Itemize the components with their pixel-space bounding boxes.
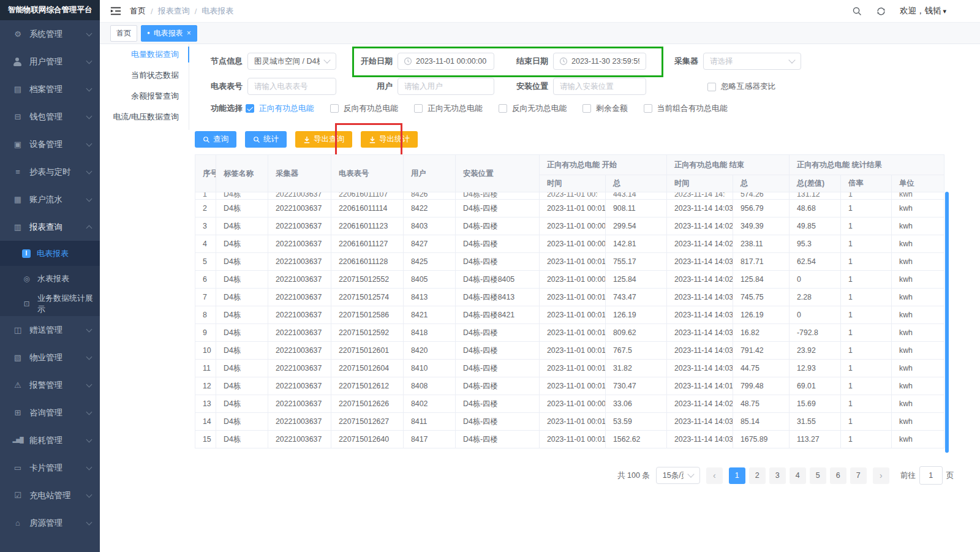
- goto-page-input[interactable]: [919, 466, 943, 485]
- page-button-2[interactable]: 2: [749, 467, 766, 484]
- app-title: 智能物联网综合管理平台: [0, 0, 100, 20]
- group-header-stats: 正向有功总电能 统计结果: [790, 155, 944, 175]
- consult-icon: ⊞: [12, 409, 23, 417]
- gift-icon: ◫: [12, 326, 23, 334]
- sidebar-item-alarm[interactable]: ⚠ 报警管理: [0, 371, 100, 399]
- chevron-down-icon: [86, 140, 92, 146]
- sidebar-subitem-water-report[interactable]: ◎ 水表报表: [0, 266, 100, 291]
- sidebar-subitem-biz-stats[interactable]: ⊡ 业务数据统计展示: [0, 291, 100, 316]
- biz-stats-icon: ⊡: [22, 299, 31, 308]
- table-row: 14D4栋202210036372207150126278411D4栋-四楼20…: [195, 413, 944, 431]
- user-menu[interactable]: 欢迎，钱韬 ▾: [900, 6, 946, 17]
- table-row: 13D4栋202210036372207150126268402D4栋-四楼20…: [195, 395, 944, 413]
- user-input[interactable]: [398, 78, 494, 94]
- meter-no-input[interactable]: [248, 78, 336, 94]
- sidebar-item-gift[interactable]: ◫ 赠送管理: [0, 316, 100, 344]
- table-row: 5D4栋202210036372206160111288425D4栋-四楼202…: [195, 253, 944, 271]
- end-date-input[interactable]: [568, 53, 646, 69]
- tab-meter-report[interactable]: ● 电表报表 ×: [141, 25, 197, 42]
- function-option-4[interactable]: 剩余金额: [582, 104, 627, 114]
- chevron-down-icon: [86, 464, 92, 470]
- sidebar-item-users[interactable]: 用户管理: [0, 48, 100, 75]
- table-row: 3D4栋202210036372206160111238403D4栋-四楼202…: [195, 217, 944, 235]
- alarm-icon: ⚠: [12, 381, 23, 389]
- chevron-down-icon: [788, 56, 795, 63]
- meter-timer-icon: ≡: [12, 168, 23, 176]
- meter-no-label: 电表表号: [207, 78, 243, 95]
- next-page-button[interactable]: ›: [873, 467, 889, 484]
- goto-page: 前往 页: [900, 466, 954, 485]
- location-input[interactable]: [554, 78, 646, 94]
- function-option-2[interactable]: 正向无功总电能: [414, 104, 483, 114]
- page-button-4[interactable]: 4: [790, 467, 806, 484]
- table-scrollbar-thumb[interactable]: [945, 192, 949, 453]
- energy-chart-icon: ▂▅█: [12, 437, 23, 443]
- meter-report-icon: I: [22, 249, 31, 258]
- sidebar-item-system[interactable]: ⚙ 系统管理: [0, 20, 100, 48]
- clock-icon: [554, 57, 568, 66]
- node-info-select[interactable]: 图灵城市空间 / D4栋: [247, 53, 336, 70]
- function-option-1[interactable]: 反向有功总电能: [330, 104, 399, 114]
- sidebar-item-report-query[interactable]: ▥ 报表查询: [0, 213, 100, 241]
- sidebar-item-charging[interactable]: ☑ 充电站管理: [0, 482, 100, 509]
- sidebar-item-account-flow[interactable]: ▦ 账户流水: [0, 186, 100, 213]
- sidebar-item-card[interactable]: ▭ 卡片管理: [0, 454, 100, 482]
- checkbox-icon: [414, 104, 423, 113]
- sidebar-item-housing[interactable]: ⌂ 房源管理: [0, 509, 100, 537]
- chevron-down-icon: [86, 58, 92, 64]
- page-button-3[interactable]: 3: [769, 467, 786, 484]
- function-option-0[interactable]: 正向有功总电能: [246, 104, 314, 114]
- search-icon[interactable]: [852, 6, 862, 17]
- export-query-button[interactable]: 导出查询: [295, 131, 352, 148]
- page-button-7[interactable]: 7: [850, 467, 867, 484]
- sidebar-item-consult[interactable]: ⊞ 咨询管理: [0, 399, 100, 426]
- sidebar-item-device[interactable]: ▣ 设备管理: [0, 130, 100, 158]
- page-button-1[interactable]: 1: [729, 467, 745, 484]
- user-label: 用户: [357, 78, 393, 95]
- collector-select[interactable]: 请选择: [703, 53, 801, 70]
- stats-button[interactable]: 统计: [245, 131, 287, 148]
- sidebar: 智能物联网综合管理平台 ⚙ 系统管理 用户管理 ▤ 档案管理 ⊟ 钱包管理 ▣ …: [0, 0, 100, 552]
- function-option-3[interactable]: 反向无功总电能: [499, 104, 567, 114]
- total-count: 共 100 条: [617, 471, 650, 481]
- page-button-6[interactable]: 6: [830, 467, 846, 484]
- export-stats-button[interactable]: 导出统计: [361, 131, 418, 148]
- breadcrumb-report-query[interactable]: 报表查询: [158, 6, 190, 17]
- clock-icon: [398, 57, 412, 66]
- breadcrumb-home[interactable]: 首页: [130, 6, 146, 17]
- page-size-select[interactable]: 15条/页: [656, 467, 700, 484]
- pager-pages: 1234567: [729, 467, 867, 484]
- subnav-current-voltage[interactable]: 电流/电压数据查询: [109, 107, 189, 127]
- start-date-input[interactable]: [412, 53, 494, 69]
- prev-page-button[interactable]: ‹: [706, 467, 723, 484]
- report-submenu: I 电表报表 ◎ 水表报表 ⊡ 业务数据统计展示: [0, 241, 100, 316]
- sidebar-item-meter-timer[interactable]: ≡ 抄表与定时: [0, 158, 100, 186]
- sidebar-item-property[interactable]: ▧ 物业管理: [0, 344, 100, 371]
- chevron-down-icon: [323, 56, 330, 63]
- function-select-label: 功能选择: [207, 104, 243, 113]
- query-button[interactable]: 查询: [195, 131, 236, 148]
- table-row: 10D4栋202210036372207150126018420D4栋-四楼20…: [195, 342, 944, 360]
- tab-home[interactable]: 首页: [110, 25, 137, 42]
- subnav-energy-data[interactable]: 电量数据查询: [109, 44, 189, 65]
- checkbox-icon: [330, 104, 339, 113]
- tab-close-icon[interactable]: ×: [187, 29, 191, 37]
- subnav-balance-alarm[interactable]: 余额报警查询: [109, 86, 189, 107]
- sidebar-subitem-meter-report[interactable]: I 电表报表: [0, 241, 100, 266]
- location-label: 安装位置: [513, 78, 548, 95]
- sidebar-item-energy[interactable]: ▂▅█ 能耗管理: [0, 426, 100, 454]
- tab-bar: 首页 ● 电表报表 ×: [100, 23, 980, 44]
- sidebar-item-archive[interactable]: ▤ 档案管理: [0, 75, 100, 103]
- ignore-ratio-checkbox[interactable]: 忽略互感器变比: [707, 81, 776, 92]
- table-row: 7D4栋202210036372207150125748413D4栋-四楼841…: [195, 289, 944, 306]
- breadcrumb-current: 电表报表: [202, 6, 233, 17]
- refresh-icon[interactable]: [876, 6, 886, 17]
- function-checkbox-group: 正向有功总电能反向有功总电能正向无功总电能反向无功总电能剩余金额当前组合有功总电…: [246, 104, 728, 113]
- page-button-5[interactable]: 5: [810, 467, 826, 484]
- collapse-sidebar-icon[interactable]: [110, 6, 121, 16]
- account-flow-icon: ▦: [12, 195, 23, 203]
- function-option-5[interactable]: 当前组合有功总电能: [644, 104, 728, 114]
- subnav-current-status[interactable]: 当前状态数据: [109, 65, 189, 86]
- sidebar-item-wallet[interactable]: ⊟ 钱包管理: [0, 103, 100, 130]
- checkbox-icon: [707, 83, 716, 91]
